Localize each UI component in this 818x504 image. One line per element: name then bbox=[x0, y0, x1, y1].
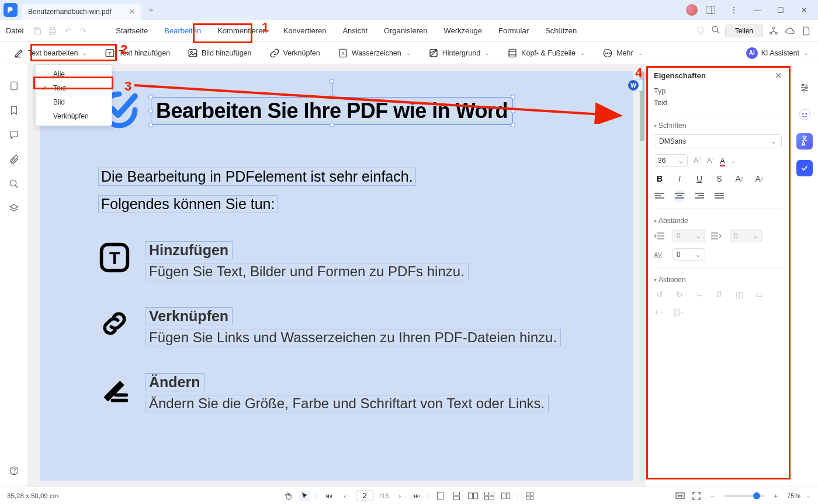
search-icon[interactable] bbox=[711, 25, 720, 36]
chatbot-icon[interactable] bbox=[796, 106, 813, 123]
feature-title-0[interactable]: Hinzufügen bbox=[145, 241, 233, 259]
align-center-icon[interactable] bbox=[674, 190, 685, 202]
indent-left-input[interactable]: 0⌄ bbox=[673, 230, 705, 242]
search-panel-icon[interactable] bbox=[8, 178, 20, 190]
select-tool-icon[interactable] bbox=[300, 491, 310, 501]
font-family-select[interactable]: DMSans⌄ bbox=[654, 134, 782, 148]
add-text-button[interactable]: T Text hinzufügen bbox=[101, 46, 174, 61]
crop-icon[interactable]: ◫ bbox=[733, 289, 745, 300]
underline-icon[interactable]: U bbox=[694, 173, 705, 185]
feature-desc-1[interactable]: Fügen Sie Links und Wasserzeichen zu Ihr… bbox=[145, 329, 561, 346]
feature-title-1[interactable]: Verknüpfen bbox=[145, 307, 233, 325]
close-tab-icon[interactable]: ✕ bbox=[129, 8, 135, 16]
dropdown-text[interactable]: Text bbox=[36, 81, 112, 95]
dropdown-all[interactable]: Alle bbox=[36, 67, 112, 81]
superscript-icon[interactable]: A2 bbox=[733, 173, 745, 185]
more-button[interactable]: Mehr⌄ bbox=[599, 46, 646, 61]
increase-font-icon[interactable]: A↑ bbox=[694, 156, 701, 165]
align-left-icon[interactable] bbox=[654, 190, 666, 202]
align-objects-icon[interactable]: ⫞ ⌄ bbox=[654, 306, 666, 318]
cloud-icon[interactable] bbox=[784, 25, 796, 37]
attachments-icon[interactable] bbox=[8, 153, 20, 166]
menu-edit[interactable]: Bearbeiten bbox=[157, 23, 208, 39]
sliders-icon[interactable] bbox=[796, 79, 813, 96]
heading-text-selection[interactable]: Bearbeiten Sie Ihre PDF wie in Word bbox=[151, 97, 513, 125]
close-panel-icon[interactable]: ✕ bbox=[775, 71, 782, 80]
menu-view[interactable]: Ansicht bbox=[335, 23, 375, 39]
dropdown-link[interactable]: Verknüpfen bbox=[36, 109, 112, 123]
bold-icon[interactable]: B bbox=[654, 173, 666, 185]
two-page-icon[interactable] bbox=[468, 491, 479, 501]
page-number-input[interactable] bbox=[356, 490, 374, 501]
flip-horizontal-icon[interactable]: ⇋ bbox=[694, 289, 705, 300]
edit-text-button[interactable]: Text bearbeiten ⌄ bbox=[11, 46, 91, 61]
ai-check-icon[interactable] bbox=[796, 160, 813, 176]
maximize-button[interactable]: ☐ bbox=[770, 2, 791, 18]
hand-tool-icon[interactable] bbox=[283, 491, 294, 501]
rotate-left-icon[interactable]: ↺ bbox=[654, 289, 666, 300]
fullscreen-icon[interactable] bbox=[691, 491, 702, 501]
translate-icon[interactable]: 文A bbox=[796, 133, 813, 150]
read-mode-icon[interactable] bbox=[501, 491, 511, 501]
new-tab-button[interactable]: ＋ bbox=[144, 3, 158, 17]
lightbulb-icon[interactable] bbox=[695, 25, 706, 37]
decrease-font-icon[interactable]: A↓ bbox=[707, 156, 715, 165]
document-icon[interactable] bbox=[800, 25, 812, 37]
last-page-icon[interactable]: ⏭ bbox=[411, 491, 422, 501]
pdf-page[interactable]: Bearbeiten Sie Ihre PDF wie in Word Die … bbox=[40, 71, 633, 481]
flip-vertical-icon[interactable]: ⇵ bbox=[713, 289, 725, 300]
menu-tools[interactable]: Werkzeuge bbox=[437, 23, 490, 39]
prev-page-icon[interactable]: ‹ bbox=[340, 491, 351, 501]
save-icon[interactable] bbox=[32, 25, 43, 37]
zoom-out-icon[interactable]: − bbox=[708, 491, 718, 501]
strikethrough-icon[interactable]: S bbox=[713, 173, 725, 185]
share-button[interactable]: Teilen bbox=[725, 25, 763, 37]
feature-title-2[interactable]: Ändern bbox=[145, 373, 204, 391]
align-right-icon[interactable] bbox=[694, 190, 705, 202]
help-icon[interactable] bbox=[8, 464, 20, 477]
header-footer-button[interactable]: Kopf- & Fußzeile⌄ bbox=[504, 46, 588, 61]
distribute-icon[interactable]: ||| ⌄ bbox=[674, 306, 685, 318]
feature-desc-2[interactable]: Ändern Sie die Größe, Farbe und Schrifta… bbox=[145, 395, 549, 412]
redo-icon[interactable]: ↷ bbox=[77, 25, 89, 37]
fit-width-icon[interactable] bbox=[675, 491, 685, 501]
thumbnails-icon[interactable] bbox=[8, 79, 20, 92]
subscript-icon[interactable]: A2 bbox=[753, 173, 765, 185]
user-avatar[interactable] bbox=[686, 4, 698, 16]
italic-icon[interactable]: I bbox=[674, 173, 685, 185]
menu-form[interactable]: Formular bbox=[491, 23, 536, 39]
next-page-icon[interactable]: › bbox=[395, 491, 405, 501]
ki-assistant-button[interactable]: AI KI Assistent⌄ bbox=[743, 45, 812, 61]
print-icon[interactable] bbox=[47, 25, 58, 37]
rearrange-icon[interactable] bbox=[525, 491, 535, 501]
vertical-scrollbar[interactable] bbox=[639, 71, 645, 481]
add-image-button[interactable]: Bild hinzufügen bbox=[184, 46, 255, 61]
zoom-slider[interactable] bbox=[724, 495, 765, 497]
single-page-icon[interactable] bbox=[435, 491, 446, 501]
bookmarks-icon[interactable] bbox=[8, 104, 20, 117]
first-page-icon[interactable]: ⏮ bbox=[324, 491, 334, 501]
feature-desc-0[interactable]: Fügen Sie Text, Bilder und Formen zu PDF… bbox=[145, 263, 469, 280]
menu-start[interactable]: Startseite bbox=[109, 23, 155, 39]
zoom-in-icon[interactable]: + bbox=[771, 491, 781, 501]
rotate-right-icon[interactable]: ↻ bbox=[674, 289, 685, 300]
watermark-button[interactable]: A Wasserzeichen⌄ bbox=[334, 46, 414, 61]
document-tab[interactable]: Benutzerhandbuch-win.pdf ✕ bbox=[22, 4, 141, 20]
more-options-icon[interactable] bbox=[723, 2, 744, 18]
menu-protect[interactable]: Schützen bbox=[538, 23, 584, 39]
background-button[interactable]: Hintergrund⌄ bbox=[425, 46, 493, 61]
comments-icon[interactable] bbox=[8, 128, 20, 141]
layers-icon[interactable] bbox=[8, 202, 20, 215]
undo-icon[interactable]: ↶ bbox=[62, 25, 74, 37]
font-size-input[interactable]: 36⌄ bbox=[654, 154, 688, 167]
minimize-button[interactable]: — bbox=[747, 2, 768, 18]
font-color-icon[interactable]: A bbox=[720, 157, 725, 165]
app-logo[interactable] bbox=[4, 3, 18, 17]
continuous-icon[interactable] bbox=[452, 491, 462, 501]
two-continuous-icon[interactable] bbox=[484, 491, 495, 501]
indent-right-input[interactable]: 0⌄ bbox=[730, 230, 762, 242]
intro-text-1[interactable]: Die Bearbeitung in PDFelement ist sehr e… bbox=[98, 168, 416, 186]
dropdown-image[interactable]: Bild bbox=[36, 95, 112, 109]
letter-spacing-input[interactable]: 0⌄ bbox=[673, 248, 705, 261]
intro-text-2[interactable]: Folgendes können Sie tun: bbox=[98, 195, 278, 213]
